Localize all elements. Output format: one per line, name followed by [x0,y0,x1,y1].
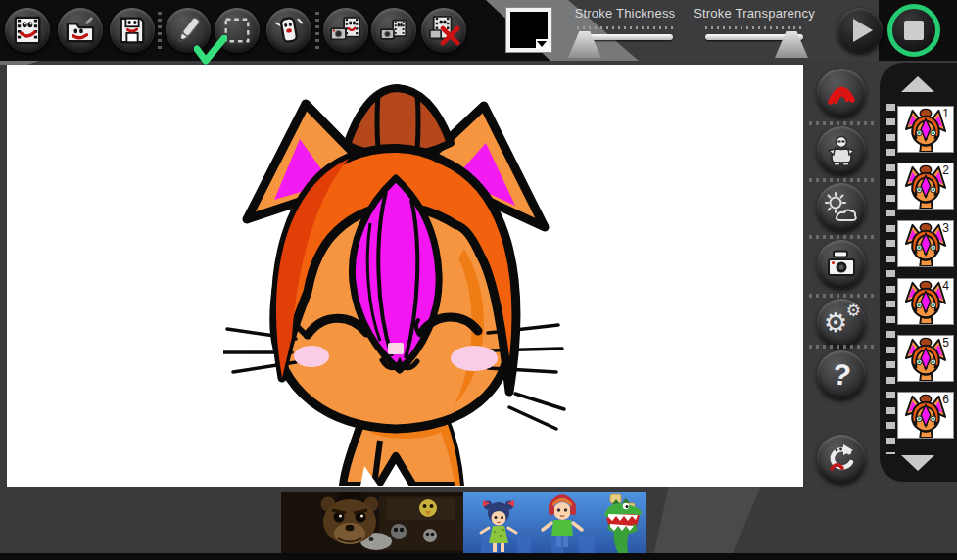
play-icon [853,19,873,42]
new-animation-button[interactable] [5,8,50,53]
copy-frame-button[interactable] [323,8,368,53]
top-toolbar: Stroke Thickness Stroke Transparency [0,0,957,61]
ad-banner [281,492,646,554]
red-arc-icon [825,78,858,108]
toolbar-divider [158,12,162,53]
toolbar-divider [315,12,319,53]
app-window: Stroke Thickness Stroke Transparency [0,0,957,560]
frame-thumbnail[interactable]: 6 [897,392,954,439]
color-swatch[interactable] [506,8,551,52]
record-button[interactable] [817,69,866,117]
sidebar-divider [809,121,874,125]
character-icon [825,134,858,167]
help-button[interactable]: ? [817,350,866,399]
sidebar-divider [809,345,874,349]
frame-number: 1 [942,107,949,120]
save-project-button[interactable] [110,8,155,53]
eraser-face-icon [273,15,305,46]
filmstrip-face-icon [12,15,43,46]
settings-button[interactable]: ⚙ ⚙ [817,299,866,348]
frame-thumbnail[interactable]: 1 [897,106,954,153]
color-dropdown-icon[interactable] [536,39,549,49]
frame-number: 4 [942,279,949,293]
ad-banner-left[interactable] [281,492,463,554]
question-face-icon: ? [831,359,852,391]
eraser-tool-button[interactable] [266,8,311,53]
characters-button[interactable] [817,126,866,175]
frame-thumbnail[interactable]: 4 [897,278,954,325]
sidebar-divider [809,294,874,298]
cat-drawing [223,82,568,486]
stroke-thickness-slider-group: Stroke Thickness [560,6,690,58]
film-red-x-icon [427,15,460,46]
frame-number: 6 [942,393,949,406]
background-accent [646,487,803,560]
frame-number: 5 [942,336,949,350]
slider-ticks [705,26,803,29]
scroll-frames-up-button[interactable] [901,76,934,92]
filmstrip-sprocket-holes [886,104,895,454]
frame-thumbnail[interactable]: 2 [897,163,954,210]
selected-tool-checkmark-icon [194,35,227,65]
frames-panel: 1 2 3 4 5 6 [880,63,957,482]
photo-button[interactable] [817,240,866,289]
insert-frame-button[interactable] [371,8,416,53]
slider-ticks [577,26,673,29]
stop-icon [904,21,924,40]
gear-big-glyph: ⚙ [824,310,847,337]
frame-number: 2 [942,163,949,177]
open-project-button[interactable] [58,8,103,53]
stroke-thickness-label: Stroke Thickness [560,6,690,21]
frame-thumbnail[interactable]: 3 [897,220,954,267]
frame-thumbnail[interactable]: 5 [897,335,954,382]
gears-icon: ⚙ ⚙ [824,306,859,340]
bottom-edge-bar [0,553,957,560]
floppy-face-icon [117,15,148,46]
sidebar-divider [809,178,874,182]
undo-arrow-face-icon [824,443,859,476]
sun-cloud-icon [823,191,860,224]
stroke-transparency-slider-group: Stroke Transparency [681,6,828,58]
play-button[interactable] [837,8,883,53]
stroke-transparency-label: Stroke Transparency [681,6,828,21]
scenery-button[interactable] [817,183,866,232]
sidebar-divider [809,235,874,239]
undo-button[interactable] [817,435,866,484]
camera-icon [825,250,858,279]
folder-face-icon [65,15,96,46]
ad-banner-right[interactable] [463,492,646,554]
frame-number: 3 [942,221,949,235]
film-camera-small-icon [378,17,409,44]
gear-small-glyph: ⚙ [846,303,861,319]
drawing-canvas[interactable] [7,65,803,487]
film-camera-icon [329,16,362,45]
scroll-frames-down-button[interactable] [901,455,934,471]
stop-button[interactable] [887,4,940,57]
delete-frame-button[interactable] [421,8,466,53]
